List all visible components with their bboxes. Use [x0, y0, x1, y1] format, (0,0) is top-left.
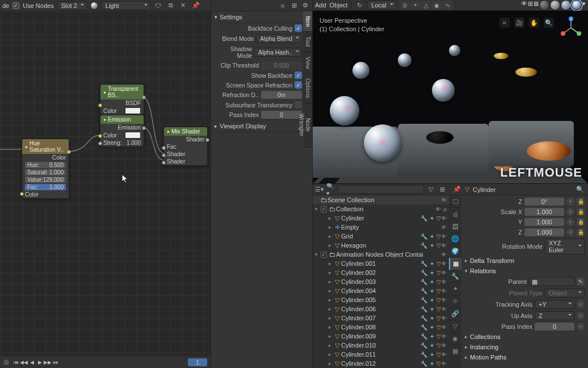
- proportional-curve-icon[interactable]: ∿: [443, 1, 453, 10]
- disclosure-icon[interactable]: ▸: [326, 261, 333, 266]
- hand-icon[interactable]: ✋: [529, 18, 539, 28]
- visibility-icon[interactable]: 👁: [441, 306, 447, 312]
- disclosure-icon[interactable]: ▸: [326, 315, 333, 321]
- disclosure-icon[interactable]: ▸: [326, 352, 333, 357]
- checkbox[interactable]: ✓: [295, 72, 302, 79]
- hue-field[interactable]: Hue:0.500: [25, 162, 66, 168]
- visibility-icon[interactable]: 👁: [441, 197, 447, 203]
- visibility-icon[interactable]: 👁: [441, 315, 447, 321]
- shading-options-icon[interactable]: ▾: [582, 0, 586, 10]
- navigation-gizmo[interactable]: Z: [560, 16, 582, 39]
- disable-icon[interactable]: ⌀: [443, 206, 447, 212]
- keyframe-dot-icon[interactable]: •: [566, 198, 574, 206]
- disclosure-icon[interactable]: ▸: [326, 333, 333, 339]
- collection-checkbox[interactable]: [321, 252, 327, 258]
- checkbox[interactable]: [295, 101, 302, 108]
- visibility-icon[interactable]: 👁: [441, 279, 447, 285]
- tab-tool[interactable]: Tool: [303, 32, 312, 52]
- node-header[interactable]: Mix Shader: [164, 127, 207, 136]
- scale-x-field[interactable]: 1.000: [524, 208, 564, 216]
- snap-toggle-icon[interactable]: ⌖: [410, 1, 421, 10]
- material-shading-icon[interactable]: [561, 0, 571, 10]
- wireframe-shading-icon[interactable]: [539, 0, 549, 10]
- section-instancing[interactable]: ▸Instancing: [465, 342, 585, 352]
- section-relations[interactable]: ▾Relations: [465, 266, 585, 276]
- tab-material[interactable]: ◉: [449, 333, 461, 345]
- sat-field[interactable]: Saturati1.000: [25, 169, 66, 175]
- visibility-icon[interactable]: 👁: [441, 352, 447, 358]
- disclosure-icon[interactable]: ▸: [326, 242, 333, 248]
- 3d-viewport[interactable]: User Perspective (1) Collection | Cylind…: [313, 11, 588, 183]
- tracking-axis-dropdown[interactable]: +Y: [535, 300, 574, 309]
- tab-output[interactable]: 🖨: [449, 208, 461, 220]
- snap-mode-icon[interactable]: △: [421, 1, 431, 10]
- visibility-icon[interactable]: 👁: [441, 333, 447, 340]
- dropdown[interactable]: Alpha Hash..: [254, 48, 302, 57]
- node-transparent-bsdf[interactable]: Transparent BS.. BSDF Color: [100, 84, 144, 115]
- node-hsv[interactable]: Hue Saturation V.. Color Hue:0.500 Satur…: [22, 139, 69, 199]
- visibility-icon[interactable]: 👁: [441, 361, 447, 367]
- tab-scene[interactable]: 🌐: [449, 233, 461, 245]
- snap-icon[interactable]: ⎋: [278, 1, 287, 10]
- node-emission[interactable]: Emission Emission Color Streng:1.000: [100, 115, 144, 147]
- tab-texture[interactable]: ▦: [449, 345, 461, 358]
- disclosure-icon[interactable]: ▸: [326, 270, 333, 275]
- scene-collection[interactable]: 🗀Scene Collection👁: [313, 195, 449, 204]
- disclosure-icon[interactable]: ▾: [313, 206, 320, 212]
- number-field[interactable]: 0: [261, 111, 302, 119]
- slot-dropdown[interactable]: Slot 2: [57, 1, 87, 10]
- anim-collection[interactable]: ▾🗀Animation Nodes Object Contai👁: [313, 250, 449, 259]
- outliner-item[interactable]: ▸▽Cylinder🔧✦▽👁: [313, 214, 449, 223]
- lock-icon[interactable]: 🔒: [577, 198, 585, 206]
- tab-data[interactable]: ▽: [449, 320, 461, 333]
- menu-add[interactable]: Add: [315, 2, 326, 9]
- section-delta[interactable]: ▸Delta Transform: [465, 256, 585, 266]
- dropdown[interactable]: Alpha Blend: [256, 34, 302, 43]
- outliner-item[interactable]: ▸▽Cylinder.004🔧✦▽👁: [313, 286, 449, 295]
- camera-view-icon[interactable]: ⌗: [499, 18, 510, 28]
- outliner-item[interactable]: ▸▽Cylinder.006🔧✦▽👁: [313, 304, 449, 313]
- fac-field[interactable]: Fac:1.000: [25, 184, 66, 190]
- tab-nodewrangler[interactable]: Node Wrangler: [303, 103, 312, 148]
- outliner-item[interactable]: ▸▽Grid🔧✦▽👁: [313, 232, 449, 241]
- jump-start-icon[interactable]: ⏮: [12, 359, 19, 366]
- overlay-icon[interactable]: ⊞: [289, 1, 299, 10]
- outliner-item[interactable]: ▸▽Cylinder.011🔧✦▽👁: [313, 350, 449, 359]
- shield-icon[interactable]: 🛡: [154, 1, 163, 10]
- play-rev-icon[interactable]: ◀: [28, 359, 35, 366]
- color-swatch[interactable]: [125, 107, 141, 114]
- outliner-item[interactable]: ▸▽Cylinder.003🔧✦▽👁: [313, 277, 449, 286]
- eyedropper-icon[interactable]: ✎: [577, 278, 585, 286]
- outliner-item[interactable]: ▸▽Cylinder.002🔧✦▽👁: [313, 268, 449, 277]
- parent-field[interactable]: ▦: [529, 277, 574, 286]
- disclosure-icon[interactable]: ▸: [326, 324, 333, 330]
- material-dropdown[interactable]: Light: [102, 1, 150, 10]
- viewport-display-header[interactable]: ▸ Viewport Display: [211, 120, 312, 132]
- outliner-item[interactable]: ▸▽Cylinder.009🔧✦▽👁: [313, 332, 449, 341]
- disclosure-icon[interactable]: ▸: [326, 288, 333, 294]
- unlink-icon[interactable]: ✕: [179, 1, 188, 10]
- collection[interactable]: ▾🗀Collection👁⌀: [313, 204, 449, 214]
- orientation-dropdown[interactable]: Local: [367, 1, 396, 10]
- disclosure-icon[interactable]: ▸: [326, 215, 333, 221]
- visibility-icon[interactable]: 👁: [435, 206, 441, 212]
- filter-type-icon[interactable]: 🔍▾: [326, 185, 335, 194]
- up-axis-dropdown[interactable]: Z: [535, 311, 574, 320]
- visibility-icon[interactable]: 👁: [441, 288, 447, 294]
- rendered-shading-icon[interactable]: [572, 0, 582, 10]
- checkbox[interactable]: ✓: [295, 81, 302, 89]
- jump-end-icon[interactable]: ⏭: [52, 359, 59, 366]
- tab-options[interactable]: Options: [303, 74, 312, 103]
- tab-modifiers[interactable]: 🔧: [449, 270, 461, 283]
- node-header[interactable]: Hue Saturation V..: [22, 139, 69, 154]
- collection-checkbox[interactable]: [321, 206, 327, 212]
- disclosure-icon[interactable]: ▸: [326, 342, 333, 348]
- visibility-icon[interactable]: 👁: [441, 242, 447, 249]
- prev-key-icon[interactable]: ◀◀: [20, 359, 27, 366]
- orientation-icon[interactable]: ↻: [355, 1, 364, 10]
- val-field[interactable]: Value:128.000: [25, 177, 66, 183]
- disclosure-icon[interactable]: ▸: [326, 224, 333, 230]
- tab-render[interactable]: 🖵: [449, 195, 461, 208]
- search-icon[interactable]: 🔍: [576, 185, 585, 194]
- outliner-search[interactable]: [338, 185, 424, 194]
